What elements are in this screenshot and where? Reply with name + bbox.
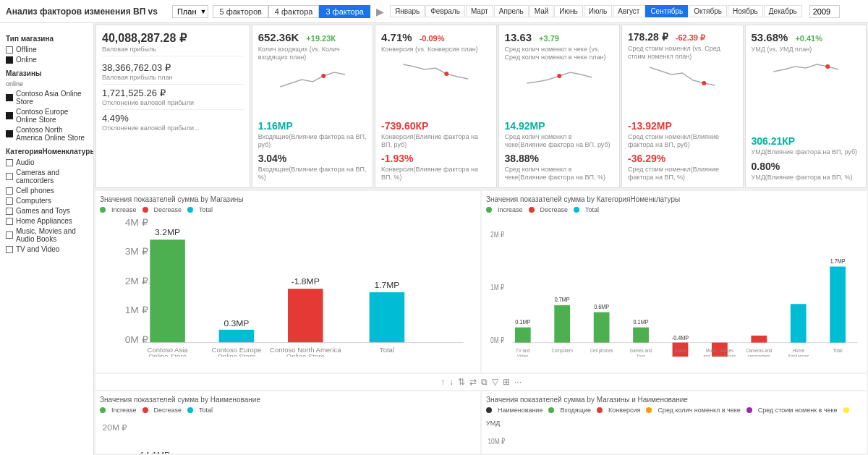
sidebar-category-item[interactable]: Games and Toys (6, 207, 88, 215)
category-label: Music, Movies and Audio Books (16, 227, 88, 243)
category-checkbox[interactable] (6, 231, 13, 239)
month-btn-апрель[interactable]: Апрель (494, 5, 529, 17)
month-btn-сентябрь[interactable]: Сентябрь (645, 5, 688, 17)
stores-subtitle: online (6, 80, 88, 88)
svg-rect-43 (751, 336, 767, 343)
avg-qty-pct-value: 38.88% (505, 153, 613, 164)
svg-text:1M ₽: 1M ₽ (490, 283, 505, 292)
conversion-pct-label: Конверсия(Влияние фактора на ВП, %) (381, 166, 490, 182)
kpi-card-incoming: 652.36K +19.23К Колич входящих (vs. Коли… (252, 25, 373, 188)
store-checkbox[interactable] (6, 112, 13, 119)
month-btn-июль[interactable]: Июль (584, 5, 613, 17)
category-checkbox[interactable] (6, 159, 13, 166)
deviation-value: 1,721,525.26 ₽ (102, 88, 244, 98)
sidebar-category-item[interactable]: Home Appliances (6, 217, 88, 225)
factor-btn-1[interactable]: 4 фактора (268, 5, 320, 18)
month-btn-июнь[interactable]: Июнь (554, 5, 582, 17)
legend-increase-dot (100, 207, 106, 213)
month-btn-август[interactable]: Август (613, 5, 644, 17)
avg-price-pct-label: Сред стоим номенкл(Влияние фактора на ВП… (628, 166, 736, 182)
conversion-influence-label: Конверсия(Влияние фактора на ВП, руб) (381, 133, 490, 149)
category-checkbox[interactable] (6, 197, 13, 205)
table-icon[interactable]: ⊞ (503, 377, 510, 387)
sn-legend-qty (646, 407, 652, 413)
sidebar-category-item[interactable]: Audio (6, 158, 88, 166)
month-btn-март[interactable]: Март (466, 5, 493, 17)
category-checkbox[interactable] (6, 246, 13, 253)
avg-price-chart (628, 60, 736, 115)
checkbox-offline[interactable] (6, 46, 13, 54)
incoming-chart (258, 61, 367, 116)
more-icon[interactable]: ··· (514, 377, 522, 387)
month-btn-октябрь[interactable]: Октябрь (689, 5, 727, 17)
svg-rect-35 (594, 312, 610, 343)
store-type-label: Offline (16, 46, 37, 54)
category-checkbox[interactable] (6, 187, 13, 195)
sidebar-store-item[interactable]: Contoso Europe Online Store (6, 108, 88, 124)
sort-asc-icon[interactable]: ↑ (441, 377, 445, 387)
gross-profit-plan-value: 38,366,762.03 ₽ (102, 62, 244, 73)
incoming-pct-label: Входящие(Влияние фактора на ВП, %) (258, 166, 367, 182)
svg-text:1M ₽: 1M ₽ (125, 305, 148, 315)
month-btn-февраль[interactable]: Февраль (425, 5, 465, 17)
incoming-influence-label: Входящие(Влияние фактора на ВП, руб) (258, 133, 367, 149)
conversion-influence-value: -739.60КР (381, 120, 490, 132)
svg-rect-31 (515, 328, 531, 343)
category-label: Audio (16, 158, 35, 166)
avg-price-pct-value: -36.29% (628, 153, 736, 164)
stores-list: Contoso Asia Online StoreContoso Europe … (6, 90, 88, 142)
checkbox-online[interactable] (6, 56, 13, 64)
conversion-pct-value: -1.93% (381, 153, 490, 164)
sidebar-category-item[interactable]: Cameras and camcorders (6, 169, 88, 184)
category-checkbox[interactable] (6, 173, 13, 180)
factor-btn-2[interactable]: 3 фактора (319, 5, 370, 18)
store-label: Contoso Europe Online Store (16, 108, 88, 124)
conversion-label: Конверсия (vs. Конверсия план) (381, 46, 490, 54)
umd-chart (752, 54, 860, 132)
month-btn-январь[interactable]: Январь (390, 5, 425, 17)
category-label: Home Appliances (16, 217, 72, 225)
avg-qty-label: Сред колич номенкл в чеке (vs. Сред коли… (505, 46, 613, 61)
chart-categories-legend: Increase Decrease Total (486, 206, 862, 213)
svg-text:Online Store: Online Store (286, 354, 325, 357)
sort-az-icon[interactable]: ⇅ (458, 377, 465, 387)
avg-qty-pct-label: Сред колич номенкл в чеке(Влияние фактор… (505, 166, 613, 182)
sn-legend-umd (843, 407, 849, 413)
sidebar-store-type-offline[interactable]: Offline (6, 46, 88, 54)
category-checkbox[interactable] (6, 208, 13, 215)
sidebar-store-item[interactable]: Contoso North America Online Store (6, 126, 88, 142)
filter-icon[interactable]: ▽ (492, 377, 498, 387)
plan-dropdown[interactable]: План ▼ (172, 5, 209, 18)
category-checkbox[interactable] (6, 218, 13, 225)
sidebar-store-item[interactable]: Contoso Asia Online Store (6, 90, 88, 106)
toolbar: Анализ факторов изменения ВП vs План ▼ 5… (0, 0, 868, 23)
incoming-label: Колич входящих (vs. Колич входящих план) (258, 46, 367, 61)
sidebar-category-item[interactable]: Computers (6, 197, 88, 205)
month-btn-май[interactable]: Май (529, 5, 554, 17)
svg-text:0.1МР: 0.1МР (515, 318, 530, 326)
sidebar-category-item[interactable]: Music, Movies and Audio Books (6, 227, 88, 243)
sidebar-category-item[interactable]: TV and Video (6, 245, 88, 253)
avg-qty-chart (505, 61, 613, 116)
year-input[interactable] (809, 5, 840, 18)
sidebar-store-type-online[interactable]: Online (6, 56, 88, 64)
kpi-card-avg-price: 178.28 ₽ -62.39 ₽ Сред стоим номенкл (vs… (621, 25, 743, 188)
chart-stores-svg: 4M ₽ 3M ₽ 2M ₽ 1M ₽ 0M ₽ 3.2МР (100, 216, 476, 357)
store-label: Contoso Asia Online Store (16, 90, 88, 106)
svg-rect-10 (150, 239, 185, 342)
svg-rect-15 (288, 289, 323, 342)
nav-arrow-right[interactable]: ▶ (375, 6, 386, 17)
sort-expand-icon[interactable]: ⇄ (469, 377, 477, 387)
sidebar-category-item[interactable]: Cell phones (6, 187, 88, 195)
sn-legend-conv (597, 407, 603, 413)
sort-desc-icon[interactable]: ↓ (449, 377, 454, 387)
chart-categories-title: Значения показателей сумма by КатегорияН… (486, 195, 862, 203)
copy-icon[interactable]: ⧉ (481, 377, 488, 387)
store-checkbox[interactable] (6, 94, 13, 101)
store-checkbox[interactable] (6, 130, 13, 137)
cat-legend-increase: Increase (498, 206, 523, 213)
factor-btn-0[interactable]: 5 факторов (213, 5, 268, 18)
month-btn-декабрь[interactable]: Декабрь (764, 5, 802, 17)
svg-rect-33 (554, 305, 570, 343)
month-btn-ноябрь[interactable]: Ноябрь (728, 5, 763, 17)
